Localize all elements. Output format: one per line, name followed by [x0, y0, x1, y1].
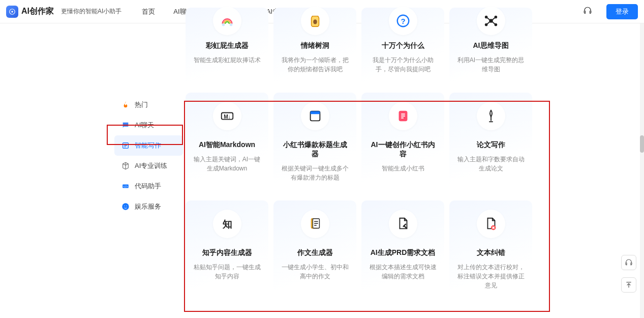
sidebar-item-3[interactable]: AI专业训练 [114, 156, 183, 176]
card-desc: 根据文本描述生成可快速编辑的需求文档 [367, 263, 438, 281]
sidebar-label: 代码助手 [135, 182, 161, 191]
svg-point-7 [126, 206, 127, 206]
card-desc: 对上传的文本进行校对，标注错误文本并提供修正意见 [455, 263, 526, 290]
card-desc: 输入主题和字数要求自动生成论文 [455, 155, 526, 173]
card-question[interactable]: ?十万个为什么我是十万个为什么小助手，尽管向我提问吧 [361, 8, 444, 86]
card-zhihu[interactable]: 知知乎内容生成器粘贴知乎问题，一键生成知乎内容 [186, 200, 268, 302]
nav-item-0[interactable]: 首页 [142, 7, 155, 16]
card-rainbow[interactable]: 彩虹屁生成器智能生成彩虹屁吹捧话术 [186, 8, 268, 86]
card-title: 文本纠错 [477, 248, 505, 257]
question-icon: ? [389, 7, 417, 35]
card-title: 十万个为什么 [382, 41, 424, 50]
zhihu-icon: 知 [213, 210, 241, 238]
code-icon: </> [121, 182, 130, 190]
doc-icon [389, 210, 417, 238]
floating-tools [621, 255, 636, 293]
card-essay[interactable]: 作文生成器一键生成小学生、初中和高中的作文 [273, 200, 356, 302]
pen-icon [477, 102, 505, 130]
card-desc: 粘贴知乎问题，一键生成知乎内容 [192, 263, 262, 281]
svg-point-9 [229, 23, 232, 26]
svg-point-1 [11, 11, 13, 13]
edit-icon [121, 141, 130, 150]
sidebar-item-5[interactable]: 娱乐服务 [114, 196, 183, 217]
support-float-button[interactable] [621, 255, 636, 270]
card-desc: 我将作为一个倾听者，把你的烦恼都告诉我吧 [280, 55, 350, 74]
svg-point-5 [122, 203, 129, 210]
card-pen[interactable]: 论文写作输入主题和字数要求自动生成论文 [449, 93, 532, 194]
back-to-top-button[interactable] [621, 277, 636, 293]
scrollbar-thumb[interactable] [640, 135, 644, 153]
chat-icon [121, 121, 130, 129]
card-title: 彩虹屁生成器 [206, 41, 249, 50]
scrollbar-track[interactable] [640, 23, 644, 318]
nav-label: 首页 [142, 7, 155, 16]
card-markdown[interactable]: M↓AI智能Markdown输入主题关键词，AI一键生成Markdown [186, 93, 268, 194]
docx-icon [477, 210, 505, 238]
svg-text:知: 知 [222, 219, 232, 229]
card-title: 知乎内容生成器 [202, 248, 252, 257]
support-icon[interactable] [583, 6, 592, 17]
card-desc: 一键生成小学生、初中和高中的作文 [280, 263, 350, 281]
mindmap-icon [477, 7, 505, 35]
mid-row: M↓AI智能Markdown输入主题关键词，AI一键生成Markdown小红书爆… [186, 93, 539, 194]
cards-area: 彩虹屁生成器智能生成彩虹屁吹捧话术情绪树洞我将作为一个倾听者，把你的烦恼都告诉我… [186, 8, 539, 302]
login-button[interactable]: 登录 [606, 4, 638, 19]
cube-icon [121, 162, 130, 170]
card-title: 作文生成器 [297, 248, 333, 257]
card-title: AI智能Markdown [199, 140, 255, 150]
bottom-row: 知知乎内容生成器粘贴知乎问题，一键生成知乎内容作文生成器一键生成小学生、初中和高… [186, 200, 539, 302]
sidebar-item-1[interactable]: AI聊天 [114, 115, 183, 135]
sidebar-label: 智能写作 [135, 141, 161, 150]
essay-icon [301, 210, 329, 238]
card-desc: 输入主题关键词，AI一键生成Markdown [192, 155, 262, 173]
brand-name: AI创作家 [21, 6, 54, 17]
card-desc: 我是十万个为什么小助手，尽管向我提问吧 [367, 55, 438, 74]
card-title: 论文写作 [477, 140, 505, 150]
logo-icon [6, 6, 18, 18]
card-desc: 利用AI一键生成完整的思维导图 [455, 55, 526, 74]
svg-point-6 [124, 206, 125, 206]
card-desc: 根据关键词一键生成多个有爆款潜力的标题 [280, 164, 350, 182]
card-desc: 智能生成彩虹屁吹捧话术 [194, 55, 261, 65]
card-note[interactable]: AI一键创作小红书内容智能生成小红书 [361, 93, 444, 194]
category-sidebar: 热门AI聊天智能写作AI专业训练</>代码助手娱乐服务 [114, 95, 183, 217]
svg-text:M↓: M↓ [224, 114, 231, 120]
svg-text:</>: </> [123, 185, 128, 188]
brand-logo[interactable]: AI创作家 [6, 6, 54, 18]
top-row: 彩虹屁生成器智能生成彩虹屁吹捧话术情绪树洞我将作为一个倾听者，把你的烦恼都告诉我… [186, 8, 539, 86]
card-window[interactable]: 小红书爆款标题生成器根据关键词一键生成多个有爆款潜力的标题 [273, 93, 356, 194]
card-docx[interactable]: 文本纠错对上传的文本进行校对，标注错误文本并提供修正意见 [449, 200, 532, 302]
svg-text:?: ? [401, 17, 405, 25]
svg-rect-21 [310, 111, 320, 114]
sidebar-label: 娱乐服务 [135, 202, 161, 211]
sidebar-item-2[interactable]: 智能写作 [114, 135, 183, 156]
card-title: 小红书爆款标题生成器 [280, 140, 350, 159]
card-desc: 智能生成小红书 [382, 164, 424, 173]
treehole-icon [301, 7, 329, 35]
sidebar-label: AI聊天 [135, 121, 154, 130]
sidebar-item-4[interactable]: </>代码助手 [114, 176, 183, 196]
svg-point-10 [313, 19, 317, 24]
card-title: AI一键创作小红书内容 [367, 140, 438, 159]
card-mindmap[interactable]: AI思维导图利用AI一键生成完整的思维导图 [449, 8, 532, 86]
window-icon [301, 102, 329, 130]
note-icon [389, 102, 417, 130]
sidebar-label: AI专业训练 [135, 161, 167, 170]
sidebar-label: 热门 [135, 100, 148, 109]
markdown-icon: M↓ [213, 102, 241, 130]
svg-point-8 [222, 23, 225, 26]
topbar-right: 登录 [583, 4, 638, 19]
card-title: 情绪树洞 [301, 41, 329, 50]
rainbow-icon [213, 7, 241, 35]
card-title: AI生成PRD需求文档 [371, 248, 436, 257]
card-title: AI思维导图 [473, 41, 509, 50]
brand-tagline: 更懂你的智能AI小助手 [61, 7, 121, 16]
smile-icon [121, 203, 130, 211]
card-doc[interactable]: AI生成PRD需求文档根据文本描述生成可快速编辑的需求文档 [361, 200, 444, 302]
flame-icon [121, 101, 130, 109]
card-treehole[interactable]: 情绪树洞我将作为一个倾听者，把你的烦恼都告诉我吧 [273, 8, 356, 86]
sidebar-item-0[interactable]: 热门 [114, 95, 183, 115]
